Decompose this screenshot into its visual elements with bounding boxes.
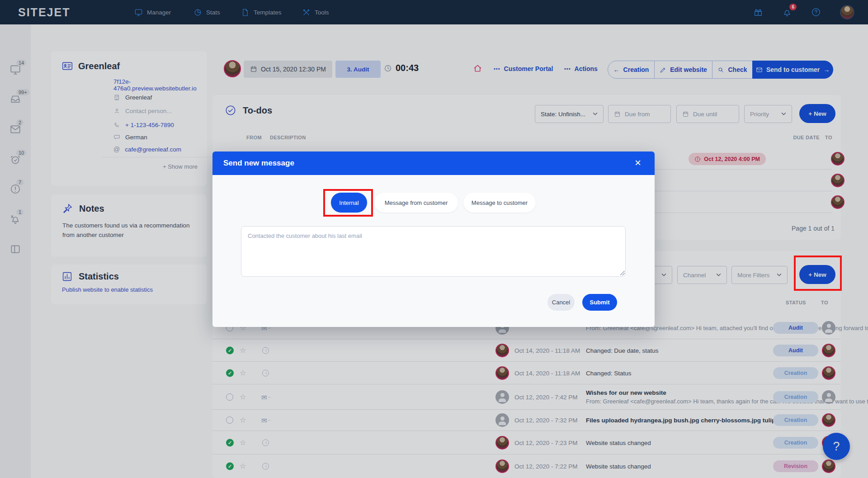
send-new-message-modal: Send new message × Internal Message from… — [212, 151, 655, 327]
modal-title: Send new message — [223, 159, 294, 168]
textarea-resize-handle[interactable] — [620, 271, 625, 275]
submit-button[interactable]: Submit — [582, 294, 617, 311]
app-window: SITEJET Manager Stats Templates Tools 6 — [0, 0, 868, 478]
message-textarea[interactable] — [241, 226, 626, 277]
annotation-box-internal-tab — [323, 189, 373, 217]
tab-message-from-customer[interactable]: Message from customer — [374, 193, 458, 213]
modal-header: Send new message × — [212, 151, 655, 175]
tab-message-to-customer[interactable]: Message to customer — [463, 193, 536, 213]
annotation-box-new-button — [794, 256, 842, 291]
cancel-button[interactable]: Cancel — [547, 294, 575, 311]
close-icon[interactable]: × — [631, 156, 645, 170]
